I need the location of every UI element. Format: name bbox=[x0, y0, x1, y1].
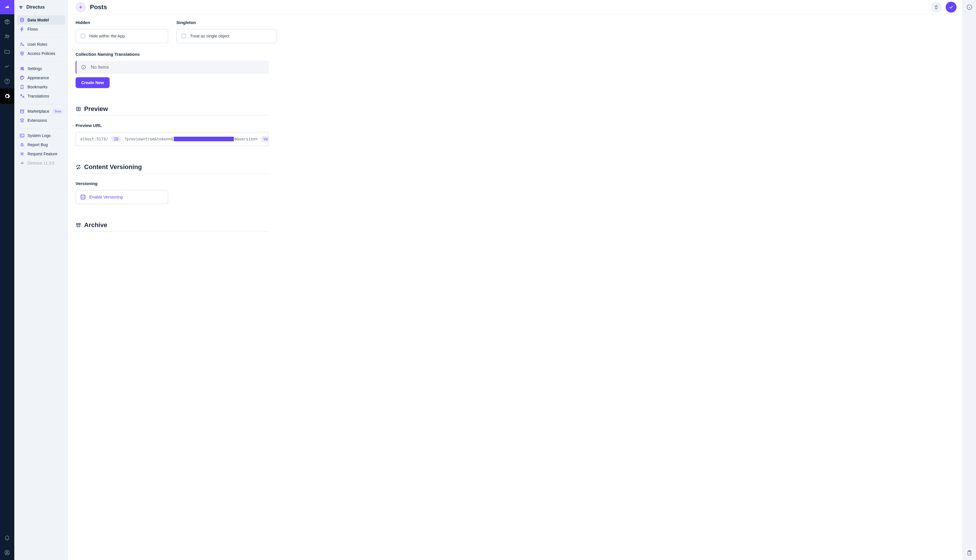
svg-point-12 bbox=[23, 69, 24, 70]
svg-point-0 bbox=[6, 35, 7, 37]
topbar: Posts bbox=[68, 0, 962, 14]
sidebar-item-bookmarks[interactable]: Bookmarks bbox=[17, 82, 65, 92]
checkbox-checked-icon bbox=[81, 195, 85, 199]
sidebar-item-flows[interactable]: Flows bbox=[17, 25, 65, 34]
sidebar-item-request-feature[interactable]: Request Feature bbox=[17, 149, 65, 158]
meta-clipboard-button[interactable] bbox=[963, 546, 976, 560]
archive-icon bbox=[75, 222, 81, 228]
info-icon bbox=[966, 4, 973, 10]
url-redacted-token bbox=[174, 137, 234, 141]
section-title: Content Versioning bbox=[84, 163, 142, 171]
sidebar-item-data-model[interactable]: Data Model bbox=[17, 15, 65, 25]
url-text: ?preview=true&token=Q bbox=[124, 137, 173, 141]
section-heading-preview: Preview bbox=[75, 105, 269, 115]
sidebar-item-system-logs[interactable]: System Logs bbox=[17, 131, 65, 140]
empty-text: No items bbox=[91, 65, 109, 70]
svg-point-1 bbox=[8, 35, 9, 37]
arrow-left-icon bbox=[78, 5, 83, 10]
sidebar-item-label: Settings bbox=[27, 67, 42, 71]
checkbox-singleton[interactable]: Treat as single object bbox=[176, 29, 277, 43]
main-area: Posts Hidden Hide within t bbox=[68, 0, 976, 560]
database-icon bbox=[20, 17, 25, 23]
module-rail bbox=[0, 0, 14, 560]
meta-info-button[interactable] bbox=[963, 0, 976, 14]
sidebar-item-appearance[interactable]: Appearance bbox=[17, 73, 65, 82]
rail-item-insights[interactable] bbox=[0, 59, 14, 74]
rail-item-content[interactable] bbox=[0, 14, 14, 29]
field-label-versioning: Versioning bbox=[75, 181, 269, 186]
checkbox-versioning[interactable]: Enable Versioning bbox=[75, 190, 168, 204]
sidebar-item-version: Directus 11.3.5 bbox=[17, 158, 65, 168]
svg-point-6 bbox=[21, 18, 24, 20]
cube-icon bbox=[4, 18, 10, 25]
checkbox-label: Hide within the App bbox=[89, 34, 125, 38]
back-button[interactable] bbox=[75, 2, 86, 12]
clipboard-icon bbox=[966, 550, 973, 556]
logo[interactable] bbox=[0, 0, 14, 14]
field-singleton: Singleton Treat as single object bbox=[176, 20, 277, 43]
save-button[interactable] bbox=[946, 2, 956, 13]
sidebar-header: Directus bbox=[14, 0, 68, 14]
section-heading-versioning: Content Versioning bbox=[75, 163, 269, 173]
url-text bbox=[109, 137, 111, 141]
shield-user-icon bbox=[20, 51, 25, 56]
page-title: Posts bbox=[90, 3, 107, 11]
svg-point-5 bbox=[6, 551, 8, 553]
svg-point-18 bbox=[22, 153, 23, 155]
translate-icon bbox=[20, 93, 25, 99]
preview-url-input[interactable]: alhost:5173/ ID ?preview=true&token=Q 0&… bbox=[75, 132, 269, 146]
sidebar-item-translations[interactable]: Translations bbox=[17, 92, 65, 101]
delete-button[interactable] bbox=[931, 2, 942, 13]
url-chip-version[interactable]: Version bbox=[261, 136, 269, 142]
rail-item-account[interactable] bbox=[0, 545, 14, 560]
create-new-button[interactable]: Create New bbox=[75, 77, 110, 88]
info-icon bbox=[81, 65, 86, 70]
rail-item-users[interactable] bbox=[0, 29, 14, 44]
rail-item-notifications[interactable] bbox=[0, 530, 14, 545]
svg-point-15 bbox=[23, 77, 23, 77]
svg-point-3 bbox=[7, 82, 7, 83]
rail-item-files[interactable] bbox=[0, 44, 14, 59]
rabbit-small-icon bbox=[20, 160, 25, 166]
sidebar-item-extensions[interactable]: Extensions bbox=[17, 116, 65, 125]
rail-item-help[interactable] bbox=[0, 74, 14, 89]
url-text bbox=[121, 137, 124, 141]
version-text: Directus 11.3.5 bbox=[27, 161, 54, 165]
sidebar-item-label: Marketplace bbox=[27, 109, 49, 113]
rabbit-icon bbox=[4, 4, 10, 10]
sidebar-item-label: Access Policies bbox=[27, 51, 55, 56]
account-icon bbox=[4, 549, 10, 556]
stack-icon bbox=[20, 118, 25, 123]
svg-rect-22 bbox=[77, 223, 80, 224]
sidebar-item-user-roles[interactable]: User Roles bbox=[17, 40, 65, 49]
sparkle-icon bbox=[20, 151, 25, 157]
sidebar-item-label: Flows bbox=[27, 27, 38, 32]
sidebar-item-marketplace[interactable]: Marketplace Beta bbox=[17, 107, 65, 116]
palette-icon bbox=[20, 75, 25, 80]
svg-point-21 bbox=[78, 108, 79, 110]
svg-point-11 bbox=[21, 68, 22, 69]
empty-state: No items bbox=[75, 61, 269, 74]
section-preview: Preview Preview URL alhost:5173/ ID ?pre… bbox=[75, 105, 269, 146]
field-label-translations: Collection Naming Translations bbox=[75, 52, 269, 57]
rail-item-settings[interactable] bbox=[0, 89, 14, 103]
sidebar-item-report-bug[interactable]: Report Bug bbox=[17, 140, 65, 149]
content-scroll[interactable]: Hidden Hide within the App Singleton Tre… bbox=[68, 14, 962, 560]
sidebar-item-label: System Logs bbox=[27, 133, 51, 138]
sidebar-item-access-policies[interactable]: Access Policies bbox=[17, 49, 65, 58]
svg-point-13 bbox=[21, 78, 22, 78]
bolt-icon bbox=[20, 27, 25, 32]
bookmark-icon bbox=[20, 84, 25, 90]
people-icon bbox=[4, 33, 10, 40]
field-collection-translations: Collection Naming Translations No items … bbox=[75, 52, 269, 88]
sidebar-item-label: Appearance bbox=[27, 75, 49, 80]
section-title: Archive bbox=[84, 222, 107, 229]
checkbox-hidden[interactable]: Hide within the App bbox=[75, 29, 168, 43]
chart-line-icon bbox=[4, 63, 10, 70]
sidebar-item-settings[interactable]: Settings bbox=[17, 64, 65, 73]
folder-icon bbox=[4, 48, 10, 55]
url-chip-id[interactable]: ID bbox=[112, 136, 121, 142]
trash-icon bbox=[934, 5, 939, 10]
section-title: Preview bbox=[84, 105, 108, 113]
sidebar-item-label: Translations bbox=[27, 94, 49, 98]
